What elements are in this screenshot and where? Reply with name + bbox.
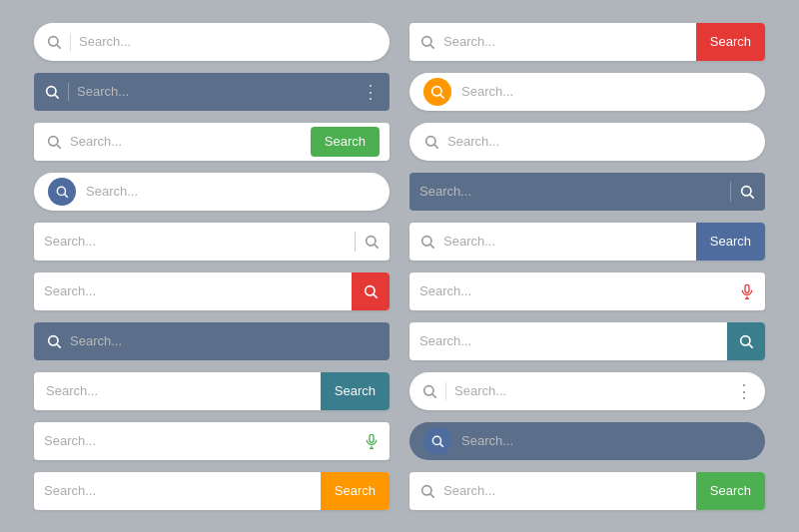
search-bar-7 [34,322,390,360]
divider-5 [355,232,356,252]
svg-line-9 [57,145,61,149]
search-icon-2 [44,84,60,100]
search-icon-3 [46,134,62,150]
search-bar-r4 [409,173,765,211]
svg-line-19 [430,245,434,249]
search-bar-8: Search [34,372,390,410]
search-icon-1 [46,34,62,50]
search-bar-9 [34,422,390,460]
search-icon-7 [46,333,62,349]
search-input-r1[interactable] [443,34,688,49]
divider-r8 [445,382,446,400]
search-icon-r3 [423,134,439,150]
search-input-8[interactable] [46,383,313,398]
search-input-4[interactable] [86,184,376,199]
svg-point-0 [49,36,58,45]
search-input-6[interactable] [44,283,344,298]
search-bar-6 [34,272,390,310]
search-input-r10[interactable] [443,483,688,498]
svg-line-5 [55,95,59,99]
search-button-r1[interactable]: Search [696,23,765,61]
svg-line-15 [750,195,754,199]
search-bar-r7 [409,322,765,360]
svg-line-37 [430,494,434,498]
svg-line-28 [749,344,753,348]
search-button-r5[interactable]: Search [696,223,765,261]
svg-point-20 [366,285,375,294]
svg-line-26 [57,344,61,348]
svg-line-7 [440,95,444,99]
search-input-r3[interactable] [447,134,751,149]
svg-line-35 [440,443,443,446]
search-bar-r10: Search [409,472,765,510]
search-bar-r3 [409,123,765,161]
svg-line-11 [434,145,438,149]
search-icon-button-6[interactable] [352,272,390,310]
svg-line-21 [374,294,378,298]
svg-rect-31 [370,434,374,442]
svg-point-6 [432,86,441,95]
search-input-5[interactable] [44,234,347,249]
search-bar-r5: Search [409,223,765,261]
search-icon-r10 [419,483,435,499]
svg-point-27 [741,335,750,344]
mic-icon-r6[interactable] [739,283,755,299]
search-bar-2: ⋮ [34,73,390,111]
search-input-3[interactable] [70,134,303,149]
dots-icon-r8[interactable]: ⋮ [735,380,753,402]
blue-circle-icon [48,178,76,206]
svg-line-30 [432,394,436,398]
svg-point-34 [432,436,440,444]
search-bar-5 [34,223,390,261]
search-icon-button-r7[interactable] [727,322,765,360]
dark-circle-icon-r9 [423,427,451,455]
search-input-r6[interactable] [419,283,731,298]
svg-point-12 [57,187,65,195]
search-bar-1 [34,23,390,61]
svg-line-3 [430,45,434,49]
search-bar-10: Search [34,472,390,510]
search-button-3[interactable]: Search [311,127,380,157]
divider-r4 [730,182,731,202]
search-input-7[interactable] [70,333,378,348]
svg-point-29 [424,385,433,394]
search-button-10[interactable]: Search [321,472,390,510]
svg-point-25 [49,335,58,344]
search-input-r9[interactable] [461,433,751,448]
search-bars-container: Search ⋮ Search [10,0,789,532]
svg-point-16 [367,236,376,245]
svg-line-17 [375,245,379,249]
svg-line-1 [57,45,61,49]
search-input-2[interactable] [77,84,354,99]
search-input-r8[interactable] [454,383,727,398]
search-input-1[interactable] [79,34,378,49]
svg-rect-22 [745,284,749,292]
dots-icon-2[interactable]: ⋮ [362,81,380,103]
svg-line-13 [65,194,68,197]
search-bar-r9 [409,422,765,460]
search-bar-4 [34,173,390,211]
mic-icon-9[interactable] [364,433,380,449]
svg-point-8 [49,136,58,145]
search-input-r4[interactable] [419,184,722,199]
svg-point-4 [47,86,56,95]
search-bar-r1: Search [409,23,765,61]
orange-circle-icon [423,78,451,106]
search-input-r2[interactable] [461,84,751,99]
svg-point-18 [422,236,431,245]
search-input-9[interactable] [44,433,356,448]
divider-2 [68,83,69,101]
search-icon-5 [364,234,380,250]
search-input-10[interactable] [44,483,313,498]
search-bar-r8: ⋮ [409,372,765,410]
search-input-r5[interactable] [443,234,688,249]
svg-point-2 [422,36,431,45]
divider [70,33,71,51]
svg-point-10 [426,136,435,145]
search-bar-r2 [409,73,765,111]
svg-point-36 [422,485,431,494]
search-button-r10[interactable]: Search [696,472,765,510]
search-button-8[interactable]: Search [321,372,390,410]
search-input-r7[interactable] [419,333,719,348]
search-icon-r8 [421,383,437,399]
